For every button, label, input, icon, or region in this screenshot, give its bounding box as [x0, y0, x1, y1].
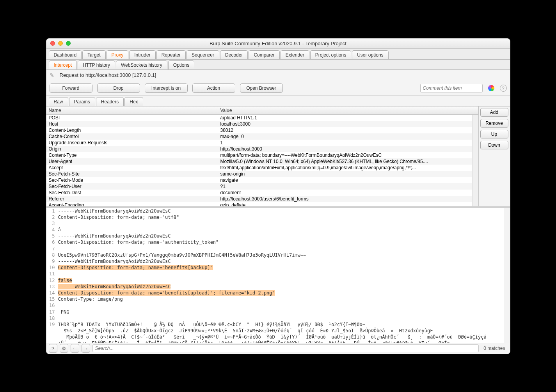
- main-tab-sequencer[interactable]: Sequencer: [187, 50, 219, 59]
- add-button[interactable]: Add: [480, 108, 508, 117]
- main-tab-intruder[interactable]: Intruder: [129, 50, 155, 59]
- header-name: Origin: [46, 146, 218, 152]
- request-target: Request to http://localhost:3000 [127.0.…: [60, 72, 156, 78]
- table-row[interactable]: Sec-Fetch-Modenavigate: [46, 177, 478, 183]
- editor-line[interactable]: 11: [46, 271, 510, 277]
- help-icon[interactable]: ?: [500, 85, 507, 92]
- scrollbar-icon[interactable]: [504, 208, 510, 343]
- table-row[interactable]: Accepttext/html,application/xhtml+xml,ap…: [46, 165, 478, 171]
- editor-line[interactable]: 13------WebKitFormBoundaryqAoiWdz2n2OuwE…: [46, 284, 510, 290]
- line-number: 4: [46, 227, 58, 233]
- open-browser-button[interactable]: Open Browser: [240, 83, 283, 93]
- settings-icon[interactable]: ⚙: [60, 344, 68, 353]
- editor-line[interactable]: 12false: [46, 277, 510, 284]
- table-row[interactable]: Sec-Fetch-Destdocument: [46, 190, 478, 196]
- editor-line[interactable]: 10Content-Disposition: form-data; name="…: [46, 264, 510, 271]
- header-value: same-origin: [218, 171, 478, 177]
- editor-line[interactable]: 18: [46, 315, 510, 321]
- line-content: [58, 302, 510, 309]
- main-tab-proxy[interactable]: Proxy: [107, 50, 129, 59]
- col-header-name[interactable]: Name: [46, 106, 218, 114]
- header-value: http://localhost:3000: [218, 146, 478, 152]
- line-content: Content-Type: image/png: [58, 296, 510, 302]
- main-tab-dashboard[interactable]: Dashboard: [49, 50, 82, 59]
- next-match-icon[interactable]: →: [82, 344, 90, 353]
- editor-line[interactable]: 6Content-Disposition: form-data; name="a…: [46, 239, 510, 245]
- table-header-row: Name Value: [46, 106, 478, 115]
- table-row[interactable]: Content-Typemultipart/form-data; boundar…: [46, 152, 478, 158]
- table-row[interactable]: Originhttp://localhost:3000: [46, 146, 478, 152]
- sub-tab-options[interactable]: Options: [168, 60, 194, 69]
- action-button[interactable]: Action: [192, 83, 235, 93]
- editor-line[interactable]: 5------WebKitFormBoundaryqAoiWdz2n2OuwEs…: [46, 233, 510, 239]
- request-info-row: ✎ Request to http://localhost:3000 [127.…: [46, 70, 510, 81]
- editor-line[interactable]: 15Content-Type: image/png: [46, 296, 510, 302]
- search-input[interactable]: [92, 344, 479, 352]
- header-value: ?1: [218, 183, 478, 190]
- table-row[interactable]: Upgrade-Insecure-Requests1: [46, 140, 478, 146]
- editor-line[interactable]: 19IHDR´¾p"B IDATx ìŸxTUöð35mÒ+! @ Å½ ÐQ …: [46, 321, 510, 328]
- table-row[interactable]: Cache-Controlmax-age=0: [46, 133, 478, 140]
- main-tab-project-options[interactable]: Project options: [310, 50, 351, 59]
- editor-line[interactable]: 4â: [46, 227, 510, 233]
- editor-line[interactable]: 8UoeI5pw9Vnt793TaoRC2OxzUfspG+Px1/Yaxggq…: [46, 252, 510, 258]
- prev-match-icon[interactable]: ←: [71, 344, 79, 353]
- editor-line[interactable]: 7: [46, 246, 510, 252]
- editor-line[interactable]: 16: [46, 302, 510, 309]
- table-row[interactable]: Sec-Fetch-User?1: [46, 183, 478, 190]
- table-row[interactable]: Content-Length38012: [46, 127, 478, 133]
- table-row[interactable]: Refererhttp://localhost:3000/users/6/ben…: [46, 196, 478, 202]
- main-tabs: DashboardTargetProxyIntruderRepeaterSequ…: [46, 49, 510, 60]
- editor-line[interactable]: 9------WebKitFormBoundaryqAoiWdz2n2OuwEs…: [46, 258, 510, 264]
- comment-input[interactable]: [420, 84, 483, 92]
- main-tab-decoder[interactable]: Decoder: [220, 50, 248, 59]
- table-row[interactable]: Hostlocalhost:3000: [46, 121, 478, 127]
- table-row[interactable]: POST/upload HTTP/1.1: [46, 115, 478, 121]
- line-number: 5: [46, 233, 58, 239]
- sub-tab-http-history[interactable]: HTTP history: [78, 60, 115, 69]
- drop-button[interactable]: Drop: [97, 83, 140, 93]
- sub-tab-intercept[interactable]: Intercept: [49, 60, 77, 69]
- line-number: 17: [46, 309, 58, 315]
- table-row[interactable]: Sec-Fetch-Sitesame-origin: [46, 171, 478, 177]
- col-header-value[interactable]: Value: [218, 106, 478, 114]
- up-button[interactable]: Up: [480, 130, 508, 138]
- intercept-toggle-button[interactable]: Intercept is on: [145, 83, 188, 93]
- line-content: Content-Disposition: form-data; name="be…: [58, 264, 510, 271]
- editor-line[interactable]: MþôÃÜ3 o € ò¬!A»>4}Å Cf$~´-úÏúÉá° $é÷î _…: [46, 334, 510, 340]
- table-row[interactable]: Accept-Encodinggzip, deflate: [46, 202, 478, 206]
- main-tab-target[interactable]: Target: [82, 50, 105, 59]
- editor-line[interactable]: 14Content-Disposition: form-data; name="…: [46, 290, 510, 296]
- sub-tab-websockets-history[interactable]: WebSockets history: [116, 60, 167, 69]
- table-row[interactable]: User-AgentMozilla/5.0 (Windows NT 10.0; …: [46, 158, 478, 165]
- line-content: ------WebKitFormBoundaryqAoiWdz2n2OuwEsC: [58, 258, 510, 264]
- forward-button[interactable]: Forward: [50, 83, 92, 93]
- highlight-color-icon[interactable]: [487, 84, 495, 92]
- window-title: Burp Suite Community Edition v2020.9.1 -…: [46, 41, 510, 46]
- line-number: [46, 328, 58, 334]
- editor-line[interactable]: $%s 2<P_Së]W]ëÖp5 .úZ $ÅbQÔU×x·Ôïgcz JiP…: [46, 328, 510, 334]
- view-tab-raw[interactable]: Raw: [49, 97, 68, 106]
- main-tab-repeater[interactable]: Repeater: [156, 50, 186, 59]
- main-tab-comparer[interactable]: Comparer: [249, 50, 279, 59]
- app-window: Burp Suite Community Edition v2020.9.1 -…: [46, 38, 510, 354]
- edit-icon[interactable]: ✎: [50, 72, 54, 78]
- editor-line[interactable]: 2Content-Disposition: form-data; name="u…: [46, 214, 510, 220]
- editor-line[interactable]: 1------WebKitFormBoundaryqAoiWdz2n2OuwEs…: [46, 208, 510, 214]
- scrollbar-icon[interactable]: [472, 115, 478, 206]
- down-button[interactable]: Down: [480, 141, 508, 149]
- help-icon[interactable]: ?: [49, 344, 57, 353]
- view-tab-params[interactable]: Params: [69, 97, 95, 106]
- editor-line[interactable]: 17 PNG: [46, 309, 510, 315]
- editor-line[interactable]: 3: [46, 220, 510, 227]
- remove-button[interactable]: Remove: [480, 119, 508, 128]
- main-tab-user-options[interactable]: User options: [352, 50, 388, 59]
- view-tab-hex[interactable]: Hex: [124, 97, 143, 106]
- editor-line[interactable]: +Ù´ èwµ E%ÁŃB«PïÈièl; Î òÏgÁÎ² ¾©V>+ÇÖ~ß…: [46, 340, 510, 342]
- table-body[interactable]: POST/upload HTTP/1.1Hostlocalhost:3000Co…: [46, 115, 478, 206]
- line-number: 6: [46, 239, 58, 245]
- line-number: 9: [46, 258, 58, 264]
- raw-editor[interactable]: 1------WebKitFormBoundaryqAoiWdz2n2OuwEs…: [46, 208, 510, 343]
- view-tab-headers[interactable]: Headers: [96, 97, 124, 106]
- main-tab-extender[interactable]: Extender: [281, 50, 309, 59]
